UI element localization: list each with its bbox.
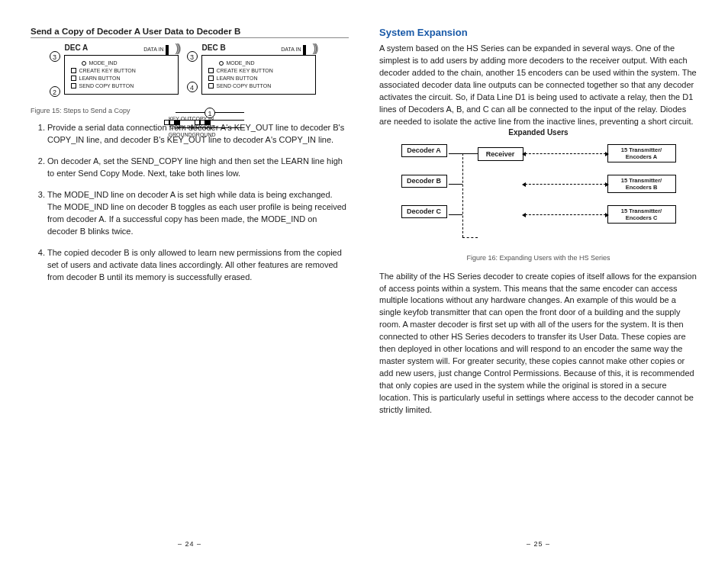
rf-link-c — [525, 214, 606, 215]
page-number-right: – 25 – — [379, 540, 697, 548]
left-page: Send a Copy of Decoder A User Data to De… — [31, 27, 349, 548]
figure-15: DEC A DATA IN ))) MODE_IND CREATE KEY BU… — [31, 47, 349, 101]
section-title-left: Send a Copy of Decoder A User Data to De… — [31, 27, 349, 38]
square-icon — [71, 83, 76, 88]
learn-a: LEARN BUTTON — [71, 76, 173, 81]
rf-link-a — [525, 153, 606, 154]
square-icon — [71, 68, 76, 73]
mode-ind-a: MODE_IND — [82, 60, 173, 66]
square-icon — [208, 76, 214, 81]
step-marker-3b: 3 — [187, 51, 198, 62]
led-icon — [219, 61, 224, 66]
step-marker-4: 4 — [187, 82, 198, 92]
expanded-users-label: Expanded Users — [379, 128, 697, 137]
create-key-a: CREATE KEY BUTTON — [71, 68, 173, 73]
square-icon — [208, 83, 214, 88]
step-marker-2: 2 — [50, 86, 60, 97]
send-copy-a: SEND COPY BUTTON — [71, 83, 173, 88]
conn-line — [462, 237, 478, 238]
antenna-b-icon — [303, 45, 306, 56]
antenna-a-icon — [166, 45, 169, 56]
tx-b-block: 15 Transmitter/ Encoders B — [607, 175, 676, 193]
led-icon — [82, 61, 86, 66]
send-copy-b: SEND COPY BUTTON — [208, 83, 311, 88]
decoder-a-box: DEC A DATA IN ))) MODE_IND CREATE KEY BU… — [64, 55, 179, 95]
conn-line — [462, 153, 478, 154]
decoder-b-box: DEC B DATA IN ))) MODE_IND CREATE KEY BU… — [201, 55, 316, 95]
data-in-a: DATA IN — [143, 47, 163, 52]
conn-line — [449, 184, 462, 185]
figure-16-caption: Figure 16: Expanding Users with the HS S… — [379, 254, 697, 262]
data-in-b: DATA IN — [281, 47, 301, 52]
figure-16: Decoder A Decoder B Decoder C Receiver 1… — [394, 143, 684, 249]
step-3: The MODE_IND line on decoder A is set hi… — [47, 189, 349, 238]
decoder-a-block: Decoder A — [401, 144, 447, 158]
section-title-right: System Expansion — [379, 27, 697, 38]
tx-c-block: 15 Transmitter/ Encoders C — [607, 205, 676, 224]
step-4: The copied decoder B is only allowed to … — [47, 247, 349, 284]
page-number-left: – 24 – — [31, 540, 349, 548]
figure-15-caption: Figure 15: Steps to Send a Copy — [31, 107, 349, 114]
step-marker-3a: 3 — [50, 51, 60, 62]
receiver-block: Receiver — [478, 147, 523, 161]
para-1: A system based on the HS Series can be e… — [379, 43, 697, 128]
right-page: System Expansion A system based on the H… — [379, 27, 697, 548]
decoder-b-label: DEC B — [202, 43, 226, 52]
decoder-a-label: DEC A — [65, 43, 89, 52]
para-2: The ability of the HS Series decoder to … — [379, 271, 697, 417]
steps-list: Provide a serial data connection from de… — [31, 122, 349, 292]
square-icon — [71, 76, 76, 81]
create-key-b: CREATE KEY BUTTON — [208, 68, 311, 73]
rf-icon: ))) — [313, 42, 317, 54]
rf-icon: ))) — [176, 42, 179, 54]
step-2: On decoder A, set the SEND_COPY line hig… — [47, 156, 349, 180]
decoder-c-block: Decoder C — [401, 205, 447, 219]
tx-a-block: 15 Transmitter/ Encoders A — [607, 144, 676, 162]
rf-link-b — [525, 184, 606, 185]
step-marker-1: 1 — [205, 108, 215, 118]
bus-line — [462, 153, 463, 237]
learn-b: LEARN BUTTON — [208, 76, 311, 81]
square-icon — [208, 68, 214, 73]
decoder-b-block: Decoder B — [401, 175, 447, 188]
conn-line — [449, 153, 462, 154]
conn-line — [449, 214, 462, 215]
mode-ind-b: MODE_IND — [219, 60, 311, 66]
